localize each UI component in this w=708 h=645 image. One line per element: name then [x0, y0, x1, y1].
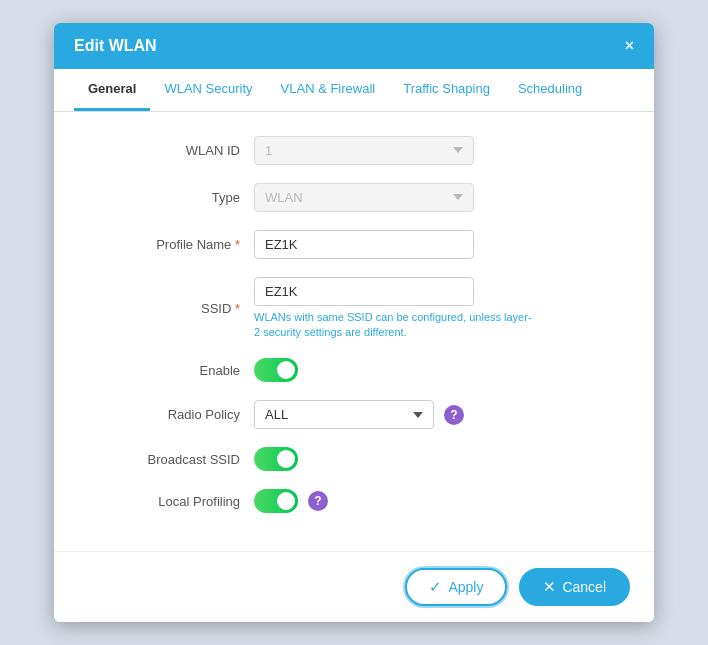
ssid-row: SSID * WLANs with same SSID can be confi… [94, 277, 614, 341]
tab-vlan-firewall[interactable]: VLAN & Firewall [267, 69, 390, 111]
type-select[interactable]: WLAN [254, 183, 474, 212]
local-profiling-toggle[interactable] [254, 489, 298, 513]
enable-slider [254, 358, 298, 382]
broadcast-ssid-slider [254, 447, 298, 471]
enable-row: Enable [94, 358, 614, 382]
modal-title: Edit WLAN [74, 37, 157, 55]
tab-scheduling[interactable]: Scheduling [504, 69, 596, 111]
wlan-id-control: 1 [254, 136, 474, 165]
wlan-id-row: WLAN ID 1 [94, 136, 614, 165]
type-row: Type WLAN [94, 183, 614, 212]
type-label: Type [94, 190, 254, 205]
enable-label: Enable [94, 363, 254, 378]
modal-body: WLAN ID 1 Type WLAN Profile Name * [54, 112, 654, 552]
type-control: WLAN [254, 183, 474, 212]
wlan-id-label: WLAN ID [94, 143, 254, 158]
radio-policy-control: ALL ? [254, 400, 464, 429]
broadcast-ssid-toggle[interactable] [254, 447, 298, 471]
modal-header: Edit WLAN × [54, 23, 654, 69]
modal-tabs: General WLAN Security VLAN & Firewall Tr… [54, 69, 654, 112]
apply-button[interactable]: ✓ Apply [405, 568, 507, 606]
radio-policy-row: Radio Policy ALL ? [94, 400, 614, 429]
edit-wlan-modal: Edit WLAN × General WLAN Security VLAN &… [54, 23, 654, 623]
profile-name-label: Profile Name * [94, 237, 254, 252]
tab-wlan-security[interactable]: WLAN Security [150, 69, 266, 111]
apply-icon: ✓ [429, 578, 442, 596]
close-icon[interactable]: × [625, 37, 634, 55]
profile-name-input[interactable] [254, 230, 474, 259]
cancel-icon: ✕ [543, 578, 556, 596]
local-profiling-row: Local Profiling ? [94, 489, 614, 513]
broadcast-ssid-label: Broadcast SSID [94, 452, 254, 467]
local-profiling-help-icon[interactable]: ? [308, 491, 328, 511]
ssid-input[interactable] [254, 277, 474, 306]
tab-general[interactable]: General [74, 69, 150, 111]
enable-toggle[interactable] [254, 358, 298, 382]
local-profiling-slider [254, 489, 298, 513]
radio-policy-label: Radio Policy [94, 407, 254, 422]
modal-footer: ✓ Apply ✕ Cancel [54, 551, 654, 622]
radio-policy-help-icon[interactable]: ? [444, 405, 464, 425]
broadcast-ssid-row: Broadcast SSID [94, 447, 614, 471]
profile-name-row: Profile Name * [94, 230, 614, 259]
profile-name-control [254, 230, 474, 259]
ssid-hint: WLANs with same SSID can be configured, … [254, 310, 534, 341]
ssid-label: SSID * [94, 301, 254, 316]
ssid-field-wrap: WLANs with same SSID can be configured, … [254, 277, 534, 341]
cancel-button[interactable]: ✕ Cancel [519, 568, 630, 606]
local-profiling-control: ? [254, 489, 328, 513]
tab-traffic-shaping[interactable]: Traffic Shaping [389, 69, 504, 111]
radio-policy-select[interactable]: ALL [254, 400, 434, 429]
apply-label: Apply [448, 579, 483, 595]
wlan-id-select[interactable]: 1 [254, 136, 474, 165]
local-profiling-label: Local Profiling [94, 494, 254, 509]
cancel-label: Cancel [562, 579, 606, 595]
